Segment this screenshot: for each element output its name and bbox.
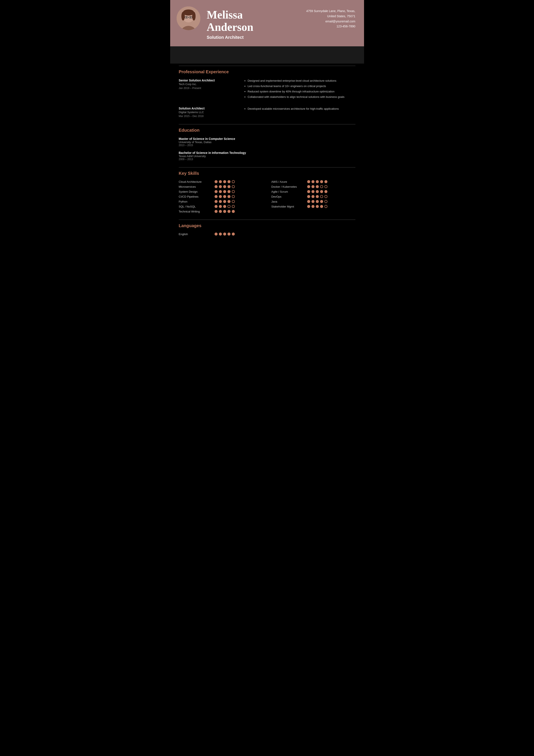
dot-filled <box>219 180 222 183</box>
skill-dots <box>307 205 327 208</box>
exp-right: Designed and implemented enterprise-leve… <box>243 79 355 100</box>
skills-grid: Cloud ArchitectureAWS / AzureMicroservic… <box>179 180 355 213</box>
skill-row: Cloud Architecture <box>179 180 263 183</box>
exp-left: Senior Solution Architect Tech Corp Inc.… <box>179 79 239 100</box>
skill-name: System Design <box>179 190 213 193</box>
skill-name: DevOps <box>271 195 306 198</box>
skill-dots <box>215 210 235 213</box>
dot-filled <box>227 232 231 235</box>
skill-row: Python <box>179 200 263 203</box>
dot-empty <box>232 190 235 193</box>
education-title: Education <box>179 128 355 133</box>
dot-filled <box>312 190 315 193</box>
skill-row: Technical Writing <box>179 210 263 213</box>
dot-empty <box>324 185 327 188</box>
dot-filled <box>215 195 217 198</box>
dot-filled <box>307 185 310 188</box>
dot-filled <box>316 195 319 198</box>
skill-dots <box>215 200 235 203</box>
avatar-wrapper <box>177 7 200 30</box>
resume-header: Melissa Anderson Solution Architect 4759… <box>170 0 364 46</box>
job-title: Solution Architect <box>207 35 300 40</box>
dot-filled <box>219 185 222 188</box>
experience-item: Senior Solution Architect Tech Corp Inc.… <box>179 79 355 100</box>
svg-point-10 <box>190 17 191 18</box>
first-name: Melissa <box>207 9 243 21</box>
dot-filled <box>307 205 310 208</box>
exp-job-title: Solution Architect <box>179 107 239 110</box>
dot-filled <box>232 210 235 213</box>
dot-filled <box>215 205 217 208</box>
dark-band <box>170 46 364 64</box>
dot-filled <box>227 200 231 203</box>
exp-dates: Jan 2019 – Present <box>179 87 239 90</box>
skill-dots <box>215 195 235 198</box>
dot-filled <box>215 232 217 235</box>
skill-dots <box>307 185 327 188</box>
dot-filled <box>316 190 319 193</box>
skill-dots <box>215 205 235 208</box>
dot-filled <box>223 190 226 193</box>
dot-filled <box>232 232 235 235</box>
dot-filled <box>312 200 315 203</box>
dot-filled <box>316 200 319 203</box>
svg-point-9 <box>186 17 187 18</box>
skill-row: Microservices <box>179 185 263 188</box>
education-section: Education Master of Science in Computer … <box>179 124 355 161</box>
dot-filled <box>227 185 231 188</box>
main-content: Professional Experience Senior Solution … <box>170 64 364 251</box>
dot-filled <box>219 210 222 213</box>
experience-list: Senior Solution Architect Tech Corp Inc.… <box>179 79 355 118</box>
skill-name: Java <box>271 200 306 203</box>
skill-dots <box>215 180 235 183</box>
contact-info: 4759 Sunnydale Lane, Plano, Texas, Unite… <box>306 7 355 29</box>
skill-row: System Design <box>179 190 263 193</box>
skill-dots <box>307 180 327 183</box>
education-divider <box>179 124 355 124</box>
language-name: English <box>179 232 213 236</box>
dot-filled <box>312 205 315 208</box>
dot-empty <box>324 195 327 198</box>
skill-name: Agile / Scrum <box>271 190 306 193</box>
dot-filled <box>215 185 217 188</box>
skill-name: Docker / Kubernetes <box>271 185 306 188</box>
skill-dots <box>307 190 327 193</box>
dot-filled <box>223 195 226 198</box>
avatar <box>177 7 200 30</box>
skill-row: SQL / NoSQL <box>179 205 263 208</box>
languages-section: Languages English <box>179 220 355 236</box>
dot-empty <box>232 195 235 198</box>
exp-company: Tech Corp Inc. <box>179 83 239 86</box>
exp-company: Digital Systems LLC <box>179 111 239 114</box>
address-line2: United States, 75071 <box>306 14 355 19</box>
dot-empty <box>227 205 231 208</box>
language-dots <box>215 232 235 235</box>
full-name: Melissa Anderson <box>207 9 300 33</box>
dot-filled <box>219 200 222 203</box>
dot-filled <box>312 185 315 188</box>
dot-empty <box>232 185 235 188</box>
dot-filled <box>320 200 323 203</box>
dot-empty <box>320 195 323 198</box>
dot-empty <box>232 205 235 208</box>
languages-title: Languages <box>179 223 355 228</box>
exp-right: Developed scalable microservices archite… <box>243 107 355 118</box>
languages-list: English <box>179 232 355 236</box>
education-item: Master of Science in Computer Science Un… <box>179 137 355 147</box>
dot-filled <box>227 180 231 183</box>
exp-job-title: Senior Solution Architect <box>179 79 239 82</box>
dot-filled <box>223 232 226 235</box>
dot-filled <box>215 210 217 213</box>
dot-filled <box>320 190 323 193</box>
dot-filled <box>307 190 310 193</box>
dot-filled <box>320 205 323 208</box>
skill-name: Cloud Architecture <box>179 180 213 183</box>
skill-name: Microservices <box>179 185 213 188</box>
exp-bullet: Designed and implemented enterprise-leve… <box>248 79 355 83</box>
edu-school: Texas A&M University <box>179 154 355 158</box>
svg-point-5 <box>192 12 195 20</box>
education-item: Bachelor of Science in Information Techn… <box>179 151 355 161</box>
skill-name: AWS / Azure <box>271 180 306 183</box>
exp-bullet: Collaborated with stakeholders to align … <box>248 95 355 99</box>
dot-filled <box>223 210 226 213</box>
